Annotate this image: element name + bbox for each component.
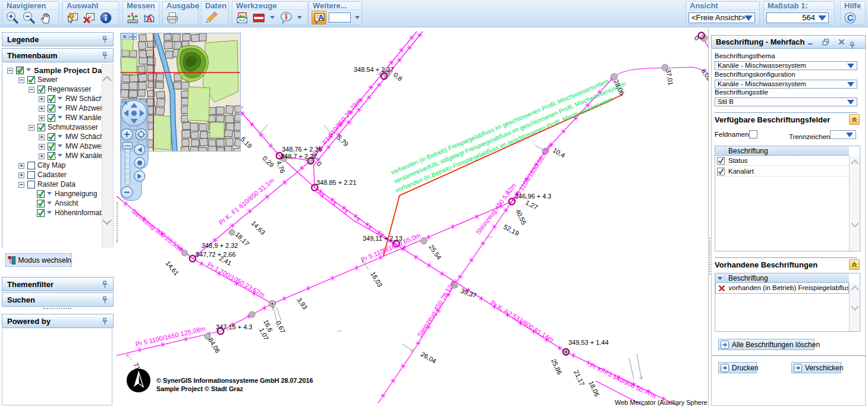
- svg-text:A: A: [146, 13, 152, 23]
- svg-text:25,54: 25,54: [427, 243, 443, 260]
- svg-text:Pr 1 700/1050 23,67m: Pr 1 700/1050 23,67m: [206, 260, 266, 298]
- svg-text:10,4: 10,4: [552, 146, 567, 159]
- svg-text:Steinzeug 450 78,12m: Steinzeug 450 78,12m: [416, 279, 457, 338]
- svg-text:Pr K. F1 610/850 31,1m: Pr K. F1 610/850 31,1m: [218, 177, 276, 226]
- svg-text:348,76 + 2.36: 348,76 + 2.36: [282, 146, 322, 153]
- svg-text:37,01: 37,01: [665, 68, 675, 86]
- svg-text:348.85 + 2.21: 348.85 + 2.21: [316, 179, 357, 186]
- svg-text:39,37: 39,37: [460, 287, 477, 300]
- svg-text:26,04: 26,04: [420, 350, 438, 364]
- svg-text:0,8: 0,8: [392, 71, 404, 82]
- svg-text:3,93: 3,93: [295, 296, 309, 310]
- svg-text:347,15 + 4.3: 347,15 + 4.3: [216, 323, 252, 331]
- svg-text:4,76: 4,76: [275, 160, 287, 174]
- svg-text:14,61: 14,61: [164, 260, 180, 277]
- svg-text:347,72 + 2,66: 347,72 + 2,66: [196, 251, 236, 258]
- svg-text:346,96 + 4.3: 346,96 + 4.3: [515, 193, 551, 200]
- svg-text:Pr 5 1100/1650 125,08m: Pr 5 1100/1650 125,08m: [135, 325, 206, 348]
- svg-text:verdämmt/verfüllt, stillgelegt: verdämmt/verfüllt, stillgelegt Freispieg…: [392, 80, 627, 184]
- svg-text:348.54 + 2.37: 348.54 + 2.37: [354, 66, 394, 73]
- svg-text:14,63: 14,63: [250, 219, 267, 236]
- svg-text:vorhanden (in Betrieb) Freispi: vorhanden (in Betrieb) Freispiegelabflus…: [389, 78, 609, 176]
- svg-text:25,86: 25,86: [550, 358, 564, 376]
- svg-text:vorhanden (in Betrieb) Freispi: vorhanden (in Betrieb) Freispiegelabflus…: [394, 96, 614, 194]
- svg-text:Sample Project © Stadt Graz: Sample Project © Stadt Graz: [156, 385, 244, 392]
- svg-text:16,03: 16,03: [369, 270, 383, 288]
- svg-text:84,06: 84,06: [207, 336, 221, 354]
- svg-text:52,19: 52,19: [502, 223, 520, 237]
- svg-text:5,19: 5,19: [240, 136, 254, 150]
- svg-text:© SynerGIS Informationssysteme: © SynerGIS Informationssysteme GmbH 28.0…: [156, 377, 313, 384]
- svg-text:A: A: [318, 13, 324, 22]
- svg-text:3.: 3.: [707, 33, 709, 42]
- svg-text:Web Mercator (Auxiliary Sphere: Web Mercator (Auxiliary Sphere: [615, 399, 707, 406]
- svg-text:349,53 + 1.44: 349,53 + 1.44: [568, 339, 609, 346]
- svg-text:1,27: 1,27: [524, 199, 539, 211]
- svg-text:0,29: 0,29: [262, 155, 276, 169]
- svg-text:349,11 + 2.13: 349,11 + 2.13: [363, 235, 402, 242]
- svg-text:Steinzeug 300 23,53m: Steinzeug 300 23,53m: [130, 207, 185, 254]
- svg-text:Pr K. A2 533/800 81,14m: Pr K. A2 533/800 81,14m: [489, 299, 555, 344]
- svg-text:348,9 + 2.32: 348,9 + 2.32: [202, 242, 238, 249]
- svg-text:C: C: [847, 13, 853, 23]
- svg-text:0,67: 0,67: [275, 320, 287, 334]
- svg-text:348,7 + 2.32: 348,7 + 2.32: [281, 153, 317, 160]
- svg-text:40,55: 40,55: [514, 208, 528, 226]
- svg-text:21,17: 21,17: [573, 369, 586, 387]
- svg-text:0: 0: [316, 160, 323, 168]
